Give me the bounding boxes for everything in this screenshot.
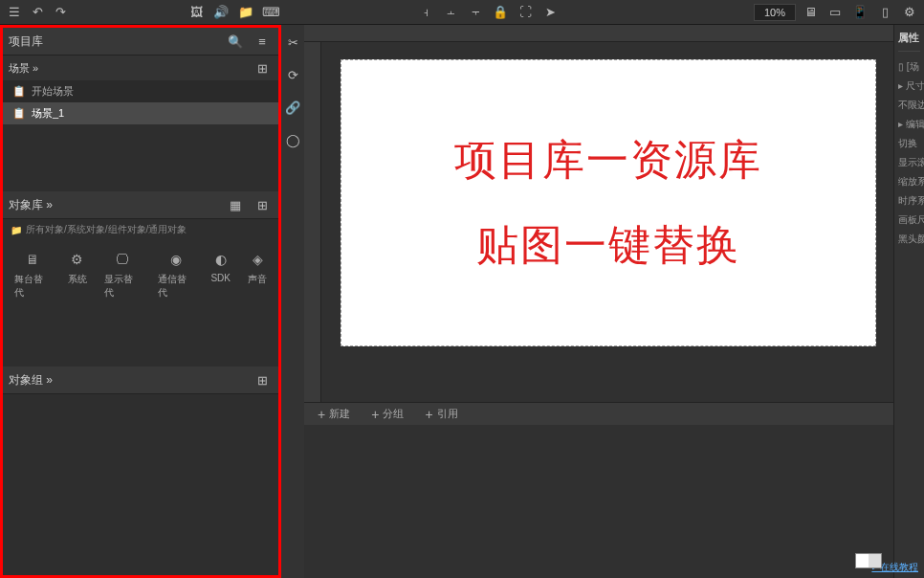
obj-stage[interactable]: 🖥舞台替代 (14, 250, 51, 300)
plus-icon: + (425, 407, 432, 422)
project-lib-title: 项目库 (9, 33, 43, 50)
align-right-icon[interactable]: ⫟ (465, 3, 486, 22)
obj-comm[interactable]: ◉通信替代 (158, 250, 194, 300)
obj-sound[interactable]: ◈声音 (248, 250, 267, 300)
folder-icon: 📁 (11, 225, 22, 235)
prop-item[interactable]: ▯ [场 (898, 57, 920, 77)
search-icon[interactable]: 🔍 (225, 32, 246, 51)
canvas-wrap: 项目库一资源库 贴图一键替换 (304, 42, 893, 402)
properties-title: 属性 (898, 31, 920, 52)
left-panel: 项目库 🔍 ≡ 场景 » ⊞ 📋 开始场景 📋 场景_1 对象库 » (0, 25, 281, 578)
group-button[interactable]: +分组 (365, 405, 409, 424)
scissors-icon[interactable]: ✂ (282, 33, 303, 52)
link-icon[interactable]: 🔗 (282, 98, 303, 117)
scene-list: 📋 开始场景 📋 场景_1 (3, 80, 278, 124)
portrait-icon[interactable]: ▯ (874, 3, 895, 22)
menu-lines-icon[interactable]: ≡ (252, 32, 273, 51)
side-tool-strip: ✂ ⟳ 🔗 ◯ (281, 25, 304, 578)
grid-view-icon[interactable]: ▦ (225, 195, 246, 214)
prop-item[interactable]: 显示滚动 (898, 153, 920, 172)
prop-item[interactable]: 切换 (898, 134, 920, 153)
object-grid: 🖥舞台替代 ⚙系统 🖵显示替代 ◉通信替代 ◐SDK ◈声音 (3, 240, 278, 309)
add-scene-icon[interactable]: ⊞ (252, 58, 273, 78)
canvas[interactable]: 项目库一资源库 贴图一键替换 (341, 59, 876, 346)
image-icon[interactable]: 🖼 (186, 3, 207, 22)
display-icon: 🖵 (113, 250, 132, 269)
prop-item[interactable]: ▸ 尺寸 (898, 77, 920, 96)
prop-item[interactable]: 黑头颜色 (898, 230, 920, 249)
audio-icon: ◈ (248, 250, 267, 269)
redo-icon[interactable]: ↷ (50, 3, 71, 22)
expand-icon[interactable]: ⛶ (515, 3, 536, 22)
canvas-text-1: 项目库一资源库 (454, 132, 762, 189)
sdk-icon: ◐ (211, 250, 231, 269)
page-icon: 📋 (12, 85, 26, 98)
prop-item[interactable]: 时序系数 (898, 191, 920, 211)
object-breadcrumb[interactable]: 📁 所有对象/系统对象/组件对象/通用对象 (3, 219, 278, 240)
group-header: 对象组 » ⊞ (3, 367, 278, 394)
folder-icon[interactable]: 📁 (235, 3, 256, 22)
align-left-icon[interactable]: ⫞ (415, 3, 436, 22)
add-group-icon[interactable]: ⊞ (252, 370, 273, 389)
tablet-icon[interactable]: ▭ (825, 3, 846, 22)
prop-item[interactable]: ▸ 编辑 (898, 115, 920, 134)
ref-button[interactable]: +引用 (419, 405, 463, 424)
align-mid-icon[interactable]: ⫠ (440, 3, 461, 22)
stage-icon: 🖥 (23, 250, 42, 269)
bottom-bar: +新建 +分组 +引用 (304, 402, 893, 425)
obj-sdk[interactable]: ◐SDK (210, 250, 231, 300)
ruler-horizontal (304, 25, 893, 42)
hash-icon: ▯ (898, 61, 904, 72)
center-area: 项目库一资源库 贴图一键替换 +新建 +分组 +引用 (304, 25, 893, 578)
scene-label: 场景_1 (32, 106, 64, 121)
comm-icon: ◉ (166, 250, 186, 269)
lock-icon[interactable]: 🔒 (490, 3, 511, 22)
scene-item[interactable]: 📋 场景_1 (3, 102, 278, 124)
prop-item[interactable]: 不限边界 (898, 96, 920, 115)
zoom-level[interactable]: 10% (754, 4, 796, 21)
arrow-icon[interactable]: ➤ (539, 3, 561, 22)
circle-icon[interactable]: ◯ (282, 130, 303, 149)
object-lib-header: 对象库 » ▦ ⊞ (3, 191, 278, 219)
sound-icon[interactable]: 🔊 (210, 3, 231, 22)
bottom-space (304, 425, 893, 578)
watermark (855, 553, 882, 568)
obj-display[interactable]: 🖵显示替代 (104, 250, 141, 300)
menu-icon[interactable]: ☰ (4, 3, 25, 22)
scene-header[interactable]: 场景 » ⊞ (3, 56, 278, 80)
canvas-text-2: 贴图一键替换 (476, 217, 740, 274)
page-icon: 📋 (12, 107, 26, 120)
ruler-vertical (304, 42, 321, 402)
gear-icon: ⚙ (68, 250, 87, 269)
prop-item[interactable]: 缩放系数 (898, 172, 920, 191)
refresh-icon[interactable]: ⟳ (282, 65, 303, 84)
device-icon[interactable]: ⌨ (260, 3, 281, 22)
scene-item[interactable]: 📋 开始场景 (3, 80, 278, 102)
right-panel: 属性 ▯ [场 ▸ 尺寸 不限边界 ▸ 编辑 切换 显示滚动 缩放系数 时序系数… (893, 25, 924, 578)
plus-icon: + (318, 407, 325, 422)
settings-icon[interactable]: ⚙ (899, 3, 920, 22)
undo-icon[interactable]: ↶ (27, 3, 48, 22)
plus-icon: + (371, 407, 379, 422)
add-obj-icon[interactable]: ⊞ (252, 195, 273, 214)
desktop-icon[interactable]: 🖥 (800, 3, 821, 22)
new-button[interactable]: +新建 (312, 405, 356, 424)
project-lib-header: 项目库 🔍 ≡ (3, 28, 278, 56)
topbar: ☰ ↶ ↷ 🖼 🔊 📁 ⌨ ⫞ ⫠ ⫟ 🔒 ⛶ ➤ 10% 🖥 ▭ 📱 ▯ ⚙ (0, 0, 924, 25)
phone-icon[interactable]: 📱 (849, 3, 870, 22)
obj-system[interactable]: ⚙系统 (68, 250, 87, 300)
scene-label: 开始场景 (32, 84, 74, 99)
prop-item[interactable]: 画板尺寸 (898, 211, 920, 230)
